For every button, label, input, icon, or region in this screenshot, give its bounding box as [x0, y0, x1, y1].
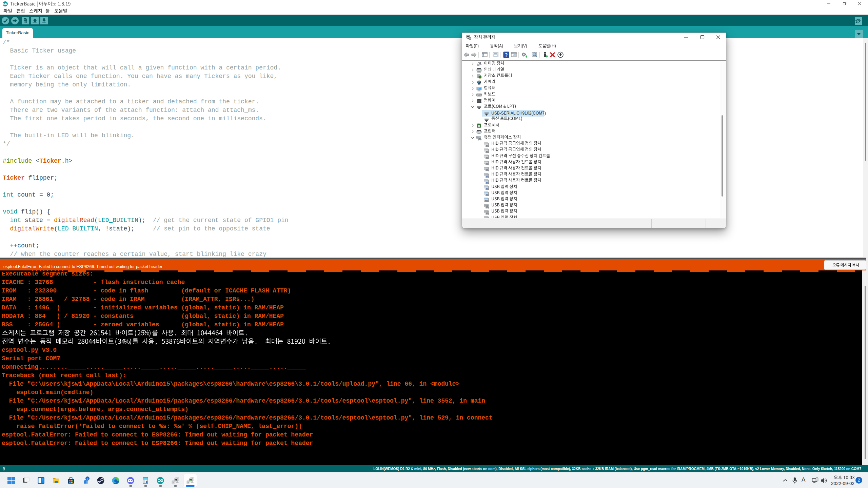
svg-text:?: ? — [505, 52, 508, 58]
svg-text:3: 3 — [86, 477, 88, 481]
